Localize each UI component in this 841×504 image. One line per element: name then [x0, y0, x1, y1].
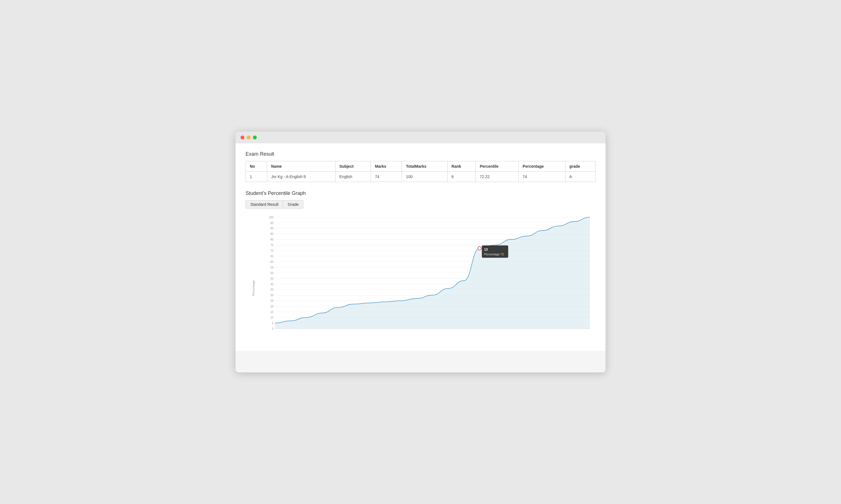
svg-text:13: 13 — [484, 248, 488, 251]
table-header-row: No Name Subject Marks TotalMarks Rank Pe… — [246, 161, 596, 172]
svg-text:35: 35 — [271, 288, 274, 291]
main-content: Exam Result No Name Subject Marks TotalM… — [236, 143, 605, 351]
table-cell: English — [335, 172, 371, 182]
col-rank: Rank — [447, 161, 476, 172]
svg-text:25: 25 — [271, 299, 274, 302]
chart-svg: 0510152025303540455055606570758085909510… — [262, 214, 596, 337]
table-cell: 1 — [246, 172, 267, 182]
col-grade: grade — [565, 161, 595, 172]
svg-point-43 — [478, 247, 481, 250]
svg-text:100: 100 — [269, 216, 274, 219]
table-cell: 74 — [519, 172, 565, 182]
col-no: No — [246, 161, 267, 172]
col-marks: Marks — [371, 161, 402, 172]
svg-text:90: 90 — [271, 227, 274, 230]
y-axis-label: Percentage — [252, 280, 255, 296]
svg-text:20: 20 — [271, 305, 274, 308]
svg-text:45: 45 — [271, 277, 274, 280]
svg-text:15: 15 — [271, 310, 274, 313]
col-name: Name — [267, 161, 336, 172]
table-cell: A — [565, 172, 595, 182]
svg-text:80: 80 — [271, 238, 274, 241]
table-cell: 100 — [402, 172, 447, 182]
table-cell: Jnr Kg - A-English:9 — [267, 172, 336, 182]
maximize-button[interactable] — [253, 136, 257, 140]
chart-container: Percentage 05101520253035404550556065707… — [245, 214, 596, 343]
svg-text:75: 75 — [271, 244, 274, 247]
svg-text:55: 55 — [271, 266, 274, 269]
table-row: 1Jnr Kg - A-English:9English74100672.227… — [246, 172, 596, 182]
minimize-button[interactable] — [247, 136, 251, 140]
svg-text:40: 40 — [271, 283, 274, 286]
standard-result-button[interactable]: Standard Result — [245, 200, 283, 209]
svg-text:65: 65 — [271, 255, 274, 258]
svg-text:5: 5 — [272, 322, 274, 325]
svg-text:30: 30 — [271, 294, 274, 297]
table-cell: 72.22 — [476, 172, 519, 182]
svg-text:85: 85 — [271, 232, 274, 235]
exam-result-title: Exam Result — [245, 151, 596, 157]
svg-text:70: 70 — [271, 249, 274, 252]
exam-result-table: No Name Subject Marks TotalMarks Rank Pe… — [245, 161, 596, 182]
svg-text:95: 95 — [271, 221, 274, 224]
svg-text:50: 50 — [271, 271, 274, 274]
app-window: Exam Result No Name Subject Marks TotalM… — [236, 131, 605, 373]
grade-button[interactable]: Grade — [283, 200, 303, 209]
chart-button-group: Standard Result Grade — [245, 200, 596, 209]
col-percentage: Percentage — [519, 161, 565, 172]
svg-text:0: 0 — [272, 327, 274, 330]
col-totalmarks: TotalMarks — [402, 161, 447, 172]
svg-text:60: 60 — [271, 260, 274, 264]
svg-text:Percentage 72: Percentage 72 — [484, 253, 504, 256]
svg-text:10: 10 — [271, 316, 274, 319]
table-cell: 6 — [447, 172, 476, 182]
close-button[interactable] — [241, 136, 244, 140]
graph-section-title: Student's Percentile Graph — [245, 191, 596, 196]
chart-inner: 0510152025303540455055606570758085909510… — [262, 214, 596, 337]
title-bar — [236, 131, 605, 143]
table-cell: 74 — [371, 172, 402, 182]
col-percentile: Percentile — [476, 161, 519, 172]
col-subject: Subject — [335, 161, 371, 172]
